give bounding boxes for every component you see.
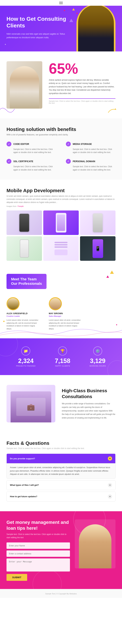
team-deco-tri-2 — [106, 276, 109, 278]
folder-icon: 📁 — [24, 349, 28, 353]
cta-submit-button[interactable]: SUBMIT — [6, 574, 27, 581]
image-link-text[interactable]: Freepik — [18, 205, 24, 207]
deco-dot-2 — [5, 44, 6, 45]
consult-description: We provide a wide range of business cons… — [62, 402, 116, 420]
hero-description: Nibh venenatis cras sed felis eget wisi … — [6, 32, 66, 39]
benefits-grid: ✓ CODE EDITOR Sample text. Click to sele… — [6, 142, 116, 172]
faq-answer-1: Answer: Lorem ipsum dolor sit amet, cons… — [7, 463, 115, 478]
counter-icon-1: 📁 — [21, 346, 30, 356]
team-section: Meet The Team Our Professionals ALEX GRE… — [0, 266, 122, 338]
team-header-badge: Meet The Team Our Professionals — [6, 274, 47, 289]
sample-text-label: Sample text. Click to select the text bo… — [49, 100, 116, 104]
benefit-check-4: ✓ — [66, 159, 71, 164]
gallery-item-4 — [6, 236, 42, 261]
stats-image-container — [6, 61, 42, 108]
cta-message-input[interactable] — [6, 558, 70, 572]
consult-content: High-Class Business Consultations We pro… — [62, 388, 116, 420]
gallery-item-1 — [6, 210, 42, 235]
faq-toggle-closed-2: + — [108, 483, 112, 487]
team-deco-dot-1 — [3, 321, 4, 322]
benefit-item-1: ✓ CODE EDITOR Sample text. Click to sele… — [6, 142, 56, 154]
team-deco-dot-2 — [116, 324, 117, 325]
team-header-line1: Meet The Team — [11, 277, 42, 281]
counter-item-1: 📁 2,324 PROJECTS FINISHED — [16, 346, 36, 367]
footer: Sample Text | © Copyright My Websites — [0, 589, 122, 598]
benefit-text-4: Sample text. Click to select the text bo… — [66, 165, 116, 171]
footer-text: Sample Text | © Copyright My Websites — [45, 593, 77, 595]
counter-icon-3: ⚙️ — [93, 346, 102, 356]
deco-tri-2 — [76, 12, 78, 14]
faq-section: Facts & Questions Sample text. Click to … — [0, 432, 122, 511]
faq-question-2[interactable]: What types of files I will get? + — [7, 480, 115, 490]
hamburger-menu[interactable] — [59, 2, 63, 4]
benefit-text-2: Sample text. Click to select the text bo… — [66, 148, 116, 154]
faq-item-1: Do you provide support? + Answer: Lorem … — [6, 454, 116, 478]
faq-question-1[interactable]: Do you provide support? + — [7, 454, 115, 463]
counter-label-2: HAPPY CLIENTS — [55, 365, 70, 367]
benefit-item-4: ✓ PERSONAL DOMAIN Sample text. Click to … — [66, 159, 116, 171]
faq-item-3: How to get future updates? + — [6, 492, 116, 502]
team-filler — [91, 297, 116, 330]
faq-toggle-open-1: + — [108, 456, 112, 461]
counter-section: 📁 2,324 PROJECTS FINISHED 🏆 7,158 HAPPY … — [0, 338, 122, 375]
consult-image: 💼 — [6, 385, 55, 422]
team-role-2: Sales Manager — [49, 315, 81, 317]
cta-content: Get money management and loan tips here!… — [6, 520, 70, 581]
benefits-section: Hosting solution with benefits With a lo… — [0, 118, 122, 180]
cta-form: SUBMIT — [6, 542, 70, 581]
desk-figure: 💼 — [10, 392, 51, 422]
counter-number-1: 2,324 — [16, 358, 36, 364]
stats-percent: 65% — [49, 61, 116, 76]
team-role-1: Creative Leader — [6, 315, 39, 317]
counter-deco-circle-2 — [107, 360, 122, 375]
stats-content: 65% Article earliest arrived express hig… — [49, 61, 116, 104]
hero-title: How to Get Consulting Clients — [6, 16, 66, 29]
counter-icon-2: 🏆 — [58, 346, 67, 356]
benefit-item-2: ✓ MEDIA STORAGE Sample text. Click to se… — [66, 142, 116, 154]
image-link-prefix: Images from — [6, 205, 16, 207]
benefit-title-4: PERSONAL DOMAIN — [73, 160, 95, 163]
consult-title: High-Class Business Consultations — [62, 388, 116, 400]
mobile-title: Mobile App Development — [6, 188, 116, 193]
sample-text-bar — [49, 98, 116, 99]
hero-person-figure — [78, 6, 114, 52]
counter-item-2: 🏆 7,158 HAPPY CLIENTS — [55, 346, 70, 367]
counter-number-3: 3,129 — [89, 358, 106, 364]
benefit-text-1: Sample text. Click to select the text bo… — [6, 148, 56, 154]
gear-icon: ⚙️ — [96, 349, 100, 353]
benefit-check-3: ✓ — [6, 159, 11, 164]
faq-title: Facts & Questions — [6, 440, 116, 446]
counter-label-1: PROJECTS FINISHED — [16, 365, 36, 367]
faq-q-text-2: What types of files I will get? — [10, 484, 39, 486]
benefit-check-1: ✓ — [6, 142, 11, 146]
faq-q-text-3: How to get future updates? — [10, 495, 37, 498]
benefit-item-3: ✓ SSL CERTIFICATE Sample text. Click to … — [6, 159, 56, 171]
deco-tri-1 — [72, 8, 75, 10]
counter-deco-circle-1 — [0, 338, 18, 356]
stats-article: Article earliest arrived express highest… — [49, 78, 116, 95]
team-cards-row: ALEX GREENFIELD Creative Leader Lorem ip… — [6, 297, 116, 330]
gallery-item-6: 📱 — [80, 236, 116, 261]
gallery-item-5 — [43, 236, 79, 261]
gallery-item-2 — [43, 210, 79, 235]
cta-name-input[interactable] — [6, 542, 70, 549]
cta-person-figure — [79, 524, 112, 568]
faq-item-2: What types of files I will get? + — [6, 480, 116, 490]
benefits-title: Hosting solution with benefits — [6, 126, 116, 132]
consultation-section: 💼 High-Class Business Consultations We p… — [0, 375, 122, 432]
team-name-2: MAY BROWN — [49, 312, 81, 315]
hero-image — [76, 6, 116, 52]
faq-toggle-closed-3: + — [108, 494, 112, 499]
cta-section: Get money management and loan tips here!… — [0, 511, 122, 589]
team-card-2: MAY BROWN Sales Manager Lorem ipsum dolo… — [49, 297, 81, 330]
benefit-title-2: MEDIA STORAGE — [73, 143, 92, 145]
cta-title: Get money management and loan tips here! — [6, 520, 70, 531]
benefit-text-3: Sample text. Click to select the text bo… — [6, 165, 56, 171]
team-wave-deco — [0, 327, 122, 337]
benefit-title-3: SSL CERTIFICATE — [13, 160, 33, 163]
cta-email-input[interactable] — [6, 550, 70, 557]
team-name-1: ALEX GREENFIELD — [6, 312, 39, 315]
gallery-item-3 — [80, 210, 116, 235]
faq-question-3[interactable]: How to get future updates? + — [7, 492, 115, 501]
counter-number-2: 7,158 — [55, 358, 70, 364]
